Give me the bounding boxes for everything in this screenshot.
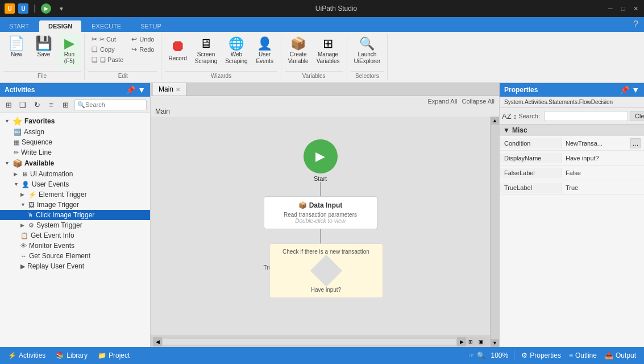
activities-status-tab[interactable]: ⚡ Activities: [6, 350, 48, 361]
start-node[interactable]: ▶ Start: [304, 128, 338, 182]
manage-variables-button[interactable]: ⊞ ManageVariables: [313, 34, 343, 67]
displayname-row: DisplayName Have input?: [500, 151, 644, 166]
filter-icon-btn[interactable]: ⊞: [59, 98, 72, 111]
clear-button[interactable]: Clear: [630, 111, 644, 121]
main-tab[interactable]: Main ✕: [153, 83, 186, 96]
copy-icon-btn[interactable]: ❑: [16, 98, 29, 111]
ui-automation-label: UI Automation: [30, 170, 73, 178]
search-input[interactable]: [85, 101, 144, 108]
scroll-right-arrow[interactable]: ▶: [457, 337, 466, 346]
help-button[interactable]: ?: [628, 17, 644, 32]
user-events-tree-icon: 👤: [22, 181, 30, 188]
edit-group-label: Edit: [88, 71, 157, 80]
copy-button[interactable]: ❑ Copy: [88, 44, 127, 55]
system-trigger-item[interactable]: ▶ ⚙ System Trigger: [0, 220, 150, 230]
edit-buttons: ✂ ✂ Cut ❑ Copy ❑ ❑ Paste ↩ Undo ↪: [88, 34, 157, 71]
system-trigger-icon: ⚙: [28, 222, 34, 229]
displayname-value[interactable]: Have input?: [562, 153, 644, 163]
scroll-left-arrow[interactable]: ◀: [153, 337, 162, 346]
truelabel-value[interactable]: True: [562, 183, 644, 193]
sort-category-btn[interactable]: ↕: [513, 110, 517, 122]
tab-execute[interactable]: EXECUTE: [82, 20, 130, 32]
quick-access-dropdown[interactable]: ▼: [57, 4, 66, 13]
cut-button[interactable]: ✂ ✂ Cut: [88, 34, 127, 44]
properties-bottom-tab[interactable]: ⚙ Properties: [519, 350, 563, 361]
replay-user-event-item[interactable]: ▶ Replay User Event: [0, 261, 150, 271]
launch-explorer-button[interactable]: 🔍 LaunchUiExplorer: [351, 34, 384, 67]
properties-header: Properties 📌 ▼: [500, 83, 644, 97]
undo-button[interactable]: ↩ Undo: [128, 34, 157, 44]
divider: [34, 5, 35, 13]
minimap-btn[interactable]: ▣: [476, 337, 485, 346]
create-variable-button[interactable]: 📦 CreateVariable: [285, 34, 312, 67]
decision-diamond: [310, 255, 342, 287]
redo-button[interactable]: ↪ Redo: [128, 44, 157, 55]
paste-icon: ❑: [92, 56, 98, 64]
properties-menu-icon[interactable]: ▼: [631, 85, 639, 94]
expand-all-icon-btn[interactable]: ≡: [45, 98, 57, 111]
ribbon-group-variables: 📦 CreateVariable ⊞ ManageVariables Varia…: [281, 34, 347, 80]
data-input-node[interactable]: 📦 Data Input Read transaction parameters…: [264, 196, 377, 229]
scroll-down-arrow[interactable]: ▼: [491, 339, 499, 347]
close-button[interactable]: ✕: [631, 5, 639, 13]
get-event-info-item[interactable]: 📋 Get Event Info: [0, 230, 150, 241]
prop-search-input[interactable]: [547, 113, 625, 119]
click-image-trigger-item[interactable]: 🖱 Click Image Trigger: [0, 210, 150, 220]
add-icon-btn[interactable]: ⊞: [2, 98, 15, 111]
panel-menu-icon[interactable]: ▼: [138, 85, 146, 94]
condition-name: Condition: [500, 138, 562, 148]
condition-value[interactable]: NewTransa... …: [562, 136, 644, 150]
library-status-tab[interactable]: 📚 Library: [53, 350, 90, 361]
canvas-viewport[interactable]: ▲ ▼ ▶ Start 📦 Data Input Read: [151, 117, 499, 347]
favorites-section[interactable]: ▼ ⭐ Favorites: [0, 115, 150, 127]
falselabel-text: False: [566, 169, 581, 176]
activities-header: Activities 📌 ▼: [0, 83, 150, 97]
run-button[interactable]: ▶ Run(F5): [58, 34, 81, 67]
paste-button[interactable]: ❑ ❑ Paste: [88, 55, 127, 65]
tab-design[interactable]: DESIGN: [39, 20, 81, 32]
available-section[interactable]: ▼ 📦 Available: [0, 158, 150, 169]
get-source-element-item[interactable]: ↔ Get Source Element: [0, 251, 150, 261]
record-label: Record: [168, 55, 186, 61]
output-bottom-tab[interactable]: 📤 Output: [603, 350, 638, 361]
minimize-button[interactable]: ─: [606, 5, 614, 13]
web-scraping-button[interactable]: 🌐 WebScraping: [222, 34, 251, 67]
tab-setup[interactable]: SETUP: [131, 20, 171, 32]
statusbar-right: ☞ 🔍 100% ⚙ Properties ≡ Outline 📤 Output: [468, 350, 638, 361]
variables-group-label: Variables: [285, 71, 343, 80]
tab-start[interactable]: START: [0, 20, 38, 32]
maximize-button[interactable]: □: [619, 5, 627, 13]
monitor-events-item[interactable]: 👁 Monitor Events: [0, 241, 150, 251]
falselabel-value[interactable]: False: [562, 168, 644, 178]
save-button[interactable]: 💾 Save: [31, 34, 57, 60]
new-button[interactable]: 📄 New: [3, 34, 30, 60]
fit-to-screen-btn[interactable]: ⊞: [466, 337, 475, 346]
condition-edit-btn[interactable]: …: [630, 138, 641, 148]
pin-icon[interactable]: 📌: [126, 85, 135, 94]
sequence-item[interactable]: ▦ Sequence: [0, 137, 150, 147]
element-trigger-item[interactable]: ▶ ⚡ Element Trigger: [0, 189, 150, 200]
ui-automation-item[interactable]: ▶ 🖥 UI Automation: [0, 169, 150, 179]
main-tab-close[interactable]: ✕: [176, 86, 180, 93]
ribbon: 📄 New 💾 Save ▶ Run(F5) File ✂ ✂ Cut: [0, 32, 644, 83]
image-trigger-item[interactable]: ▼ 🖼 Image Trigger: [0, 200, 150, 210]
decision-node[interactable]: Check if there is a new transaction Have…: [269, 243, 383, 298]
horizontal-scrollbar[interactable]: ◀ ▶ ⊞ ▣: [151, 336, 490, 347]
collapse-all-button[interactable]: Collapse All: [462, 98, 495, 105]
user-events-button[interactable]: 👤 UserEvents: [252, 34, 277, 67]
sort-alpha-btn[interactable]: AZ: [502, 110, 512, 122]
refresh-icon-btn[interactable]: ↻: [31, 98, 43, 111]
user-events-item[interactable]: ▼ 👤 User Events: [0, 179, 150, 189]
project-status-tab[interactable]: 📁 Project: [95, 350, 132, 361]
write-line-item[interactable]: ✏ Write Line: [0, 147, 150, 158]
assign-item[interactable]: 🔤 Assign: [0, 127, 150, 137]
outline-bottom-tab[interactable]: ≡ Outline: [567, 350, 599, 361]
click-image-trigger-label: Click Image Trigger: [36, 211, 94, 219]
record-button[interactable]: ⏺ Record: [165, 34, 190, 64]
screen-scraping-button[interactable]: 🖥 ScreenScraping: [192, 34, 221, 67]
prop-search-box: [544, 111, 628, 121]
expand-all-button[interactable]: Expand All: [428, 98, 458, 105]
quick-run-button[interactable]: ▶: [41, 3, 51, 14]
properties-pin-icon[interactable]: 📌: [620, 85, 629, 94]
properties-tab-label: Properties: [530, 351, 561, 359]
